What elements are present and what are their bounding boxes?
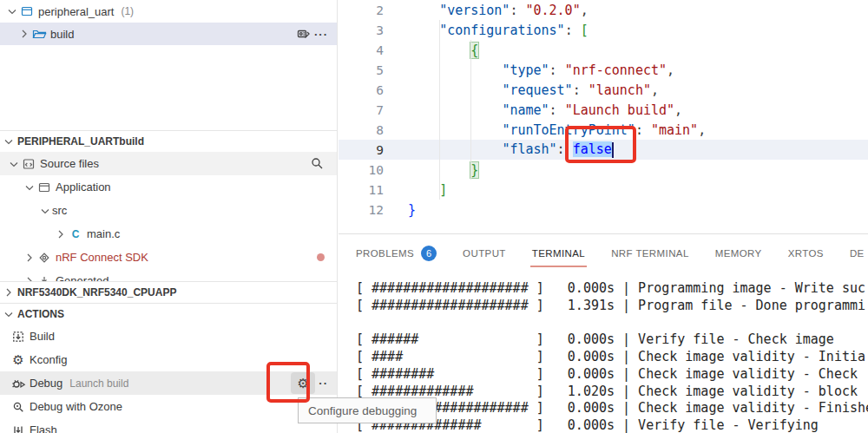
indent-guide [470, 40, 471, 180]
action-sublabel: Launch build [69, 377, 128, 390]
chevron-down-icon[interactable] [38, 204, 52, 218]
tab-label: NRF TERMINAL [611, 248, 689, 259]
tree-item-nrf-connect-sdk[interactable]: nRF Connect SDK [0, 246, 337, 269]
section-subtitle: build [119, 135, 144, 148]
build-icon [10, 330, 26, 344]
tree-item-src[interactable]: src [0, 199, 337, 222]
more-actions-icon[interactable]: ··· [314, 28, 328, 41]
svg-text:C: C [72, 228, 80, 240]
action-label: Debug [30, 377, 62, 390]
code-line-3[interactable]: 3 "configurations": [ [339, 20, 868, 40]
terminal-line: [ ######## ] 0.000s | Check image validi… [356, 366, 868, 384]
tree-item-peripheral-uart[interactable]: peripheral_uart (1) [0, 0, 337, 23]
window-icon [36, 180, 52, 194]
search-icon[interactable] [310, 156, 325, 171]
problems-count-badge: 6 [421, 246, 437, 261]
chevron-down-icon[interactable] [7, 157, 21, 171]
code-line-10[interactable]: 10 } [339, 160, 868, 180]
tab-memory[interactable]: MEMORY [715, 234, 762, 272]
section-header-peripheral-uart[interactable]: PERIPHERAL_UART build [0, 130, 337, 152]
action-label: Flash [30, 423, 57, 433]
line-number: 6 [339, 83, 384, 97]
build-folder-icon [31, 27, 47, 41]
code-editor[interactable]: 2 "version": "0.2.0",3 "configurations":… [339, 0, 868, 233]
code-line-2[interactable]: 2 "version": "0.2.0", [339, 0, 868, 20]
chevron-down-icon [2, 307, 16, 321]
terminal-line [356, 315, 868, 332]
tab-problems[interactable]: PROBLEMS6 [356, 234, 437, 272]
action-build[interactable]: Build [0, 325, 337, 348]
ozone-icon [10, 400, 26, 414]
tab-xrtos[interactable]: XRTOS [788, 234, 824, 272]
sdk-icon [36, 251, 52, 265]
actions-list: Build⚙KconfigDebugLaunch build⚙··Debug w… [0, 325, 337, 433]
tab-output[interactable]: OUTPUT [463, 234, 506, 272]
action-kconfig[interactable]: ⚙Kconfig [0, 348, 337, 371]
tab-nrf-terminal[interactable]: NRF TERMINAL [611, 234, 689, 272]
tooltip-configure-debugging: Configure debugging [298, 397, 437, 423]
tab-terminal[interactable]: TERMINAL [532, 234, 585, 272]
code-text: "configurations": [ [408, 23, 589, 38]
line-number: 3 [339, 23, 384, 37]
line-number: 7 [339, 103, 384, 117]
tab-label: OUTPUT [463, 248, 506, 259]
code-text: } [408, 162, 478, 178]
action-debug-with-ozone[interactable]: Debug with Ozone [0, 395, 337, 418]
tree-item-label: main.c [87, 227, 120, 240]
source-tree: Source filesApplicationsrcCmain.cnRF Con… [0, 152, 337, 281]
action-flash[interactable]: Flash [0, 418, 337, 433]
code-line-11[interactable]: 11 ] [339, 180, 868, 200]
chevron-down-icon[interactable] [23, 180, 36, 194]
code-text: "version": "0.2.0", [408, 3, 589, 18]
tree-item-generated[interactable]: Generated [0, 269, 337, 281]
line-number: 5 [339, 63, 384, 77]
chevron-right-icon[interactable] [23, 274, 36, 282]
code-text: { [408, 43, 478, 58]
code-line-5[interactable]: 5 "type": "nrf-connect", [339, 60, 868, 80]
line-number: 8 [339, 123, 384, 137]
more-actions-icon[interactable]: ·· [319, 377, 328, 390]
text-cursor [612, 142, 614, 158]
code-line-6[interactable]: 6 "request": "launch", [339, 80, 868, 100]
tab-label: MEMORY [715, 248, 762, 259]
chevron-right-icon[interactable] [54, 227, 68, 241]
panel-tab-bar: PROBLEMS6OUTPUTTERMINALNRF TERMINALMEMOR… [339, 234, 868, 272]
debug-icon [10, 377, 26, 390]
line-number: 4 [339, 43, 384, 57]
action-debug[interactable]: DebugLaunch build⚙·· [0, 371, 337, 395]
flash-icon [10, 423, 26, 433]
code-window-icon [21, 157, 36, 171]
configure-debugging-gear-icon[interactable]: ⚙ [291, 372, 315, 394]
tree-item-label: Generated [56, 274, 108, 281]
modified-dot-badge [317, 253, 325, 261]
tree-item-source-files[interactable]: Source files [0, 152, 337, 175]
action-label: Kconfig [30, 353, 67, 366]
chevron-right-icon[interactable] [23, 251, 36, 265]
application-window-icon [19, 4, 35, 18]
build-label: build [50, 28, 74, 41]
line-number: 10 [339, 163, 384, 177]
chevron-right-icon[interactable] [17, 27, 31, 41]
code-line-8[interactable]: 8 "runToEntryPoint": "main", [339, 120, 868, 140]
tab-de[interactable]: DE [850, 234, 865, 272]
action-label: Build [30, 330, 55, 343]
line-number: 9 [339, 143, 384, 157]
code-line-4[interactable]: 4 { [339, 40, 868, 60]
tree-item-label: Application [56, 180, 111, 194]
indent-guide [439, 20, 440, 200]
code-text: "request": "launch", [408, 82, 659, 98]
tab-label: TERMINAL [532, 248, 585, 259]
tree-item-application[interactable]: Application [0, 175, 337, 199]
section-header-board[interactable]: NRF5340DK_NRF5340_CPUAPP [0, 281, 337, 303]
code-line-7[interactable]: 7 "name": "Launch build", [339, 100, 868, 120]
edit-build-config-icon[interactable] [295, 27, 311, 41]
section-header-actions[interactable]: ACTIONS [0, 303, 337, 325]
code-line-9[interactable]: 9 "flash": false [339, 140, 868, 160]
line-number: 11 [339, 183, 384, 197]
code-line-12[interactable]: 12} [339, 200, 868, 220]
code-text: "runToEntryPoint": "main", [408, 122, 706, 138]
chevron-down-icon[interactable] [5, 4, 19, 18]
project-tree: peripheral_uart (1) build ··· [0, 0, 337, 130]
tree-item-build[interactable]: build ··· [0, 23, 337, 45]
tree-item-main-c[interactable]: Cmain.c [0, 222, 337, 246]
